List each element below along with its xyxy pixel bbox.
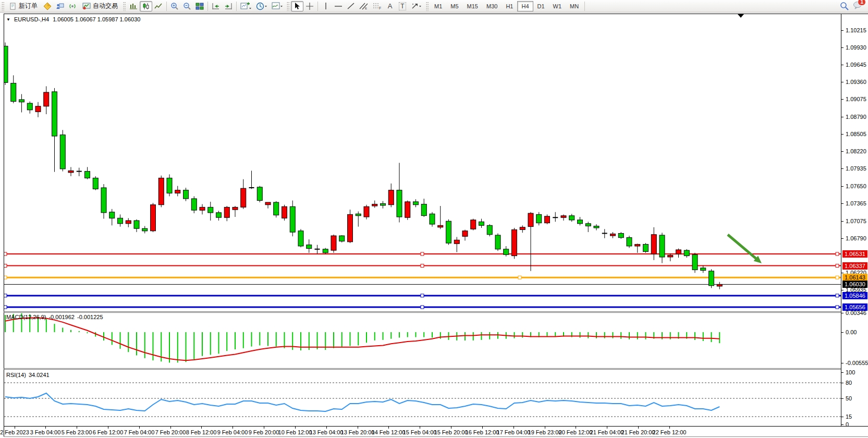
- cursor-icon: [294, 2, 301, 10]
- horizontal-line-icon: [334, 2, 343, 10]
- candle: [298, 229, 303, 247]
- time-axis[interactable]: 2 Feb 20233 Feb 04:005 Feb 23:006 Feb 12…: [0, 427, 868, 436]
- horizontal-line-tool-button[interactable]: [332, 1, 345, 11]
- candle: [151, 203, 156, 232]
- macd-panel-canvas[interactable]: [4, 313, 841, 368]
- price-tick-1.08505-label: 1.08505: [846, 131, 866, 137]
- candle: [627, 236, 632, 248]
- auto-scroll-button[interactable]: [210, 1, 222, 11]
- candle: [175, 186, 180, 197]
- timeframe-button-W1[interactable]: W1: [549, 1, 566, 11]
- hline-handle[interactable]: [4, 252, 7, 256]
- hline-handle[interactable]: [4, 294, 7, 297]
- candle: [528, 212, 533, 271]
- chart-title-bar[interactable]: ▼ EURUSD-,H4 1.06005 1.06067 1.05987 1.0…: [6, 16, 140, 22]
- new-chart-button[interactable]: [238, 1, 254, 11]
- candle: [635, 244, 640, 253]
- time-label: 17 Feb 04:00: [497, 429, 531, 435]
- candle: [290, 201, 295, 237]
- fibonacci-icon: F: [372, 2, 382, 10]
- hline-handle[interactable]: [836, 252, 839, 256]
- hline-handle[interactable]: [421, 264, 424, 267]
- chart-shift-button[interactable]: [222, 1, 235, 11]
- text-label-tool-button[interactable]: T: [396, 1, 409, 11]
- hline-handle[interactable]: [421, 306, 424, 309]
- trade-accounts-button[interactable]: [54, 1, 66, 11]
- text-tool-button[interactable]: A: [384, 1, 396, 11]
- cursor-tool-button[interactable]: [291, 1, 303, 11]
- hline-handle[interactable]: [518, 276, 521, 279]
- candle: [134, 220, 139, 232]
- zoom-in-button[interactable]: [168, 1, 181, 11]
- signals-button[interactable]: [66, 1, 79, 11]
- candle: [594, 224, 599, 230]
- toolbar-gripper[interactable]: [426, 2, 429, 11]
- rsi-splitter-top: [4, 368, 841, 369]
- timeframe-button-D1[interactable]: D1: [533, 1, 549, 11]
- chart-dropdown-icon[interactable]: ▼: [6, 17, 10, 22]
- timeframe-button-M15[interactable]: M15: [463, 1, 482, 11]
- indicators-button[interactable]: [270, 1, 285, 11]
- hline-handle[interactable]: [4, 264, 7, 267]
- candle: [52, 88, 57, 172]
- toolbar-gripper[interactable]: [2, 2, 4, 11]
- candle: [520, 225, 525, 233]
- fibonacci-tool-button[interactable]: F: [370, 1, 384, 11]
- candle: [77, 168, 82, 176]
- window-bottom-border: [4, 436, 868, 437]
- new-order-button[interactable]: 新订单: [6, 1, 41, 11]
- candle: [397, 163, 402, 222]
- time-tick: [108, 427, 108, 429]
- hline-handle[interactable]: [421, 294, 424, 297]
- macd-splitter-top: [4, 311, 841, 312]
- timeframe-button-M5[interactable]: M5: [446, 1, 462, 11]
- time-label: 10 Feb 12:00: [278, 429, 312, 435]
- market-watch-button[interactable]: [41, 1, 54, 11]
- candle: [668, 253, 673, 261]
- hline-handle[interactable]: [4, 306, 7, 309]
- auto-trading-button[interactable]: 自动交易: [79, 1, 121, 11]
- price-tick-1.0936-label: 1.09360: [846, 79, 866, 85]
- line-chart-button[interactable]: [152, 1, 165, 11]
- indicators-icon: [272, 2, 283, 10]
- candle: [356, 212, 361, 227]
- trendline-tool-button[interactable]: [345, 1, 357, 11]
- tile-windows-button[interactable]: [193, 1, 206, 11]
- hline-handle[interactable]: [836, 276, 839, 279]
- auto-scroll-icon: [212, 3, 220, 10]
- channel-tool-button[interactable]: E: [357, 1, 370, 11]
- timeframe-button-MN[interactable]: MN: [566, 1, 583, 11]
- vertical-line-tool-button[interactable]: [320, 1, 332, 11]
- periods-button[interactable]: [254, 1, 270, 11]
- arrows-tool-button[interactable]: [409, 1, 424, 11]
- annotation-arrow[interactable]: [728, 235, 756, 259]
- notifications-button[interactable]: 1: [853, 1, 863, 11]
- candle: [216, 211, 222, 221]
- hline-handle[interactable]: [836, 264, 839, 267]
- candlestick-chart-button[interactable]: [140, 1, 152, 11]
- hline-handle[interactable]: [836, 306, 839, 309]
- candle: [93, 176, 98, 190]
- zoom-out-button[interactable]: [181, 1, 193, 11]
- candle: [68, 167, 74, 176]
- search-icon[interactable]: [840, 2, 849, 10]
- main-chart-canvas[interactable]: [4, 14, 841, 311]
- candle: [545, 214, 550, 224]
- rsi-indicator-label: RSI(14) 34.0241: [6, 372, 50, 378]
- timeframe-button-M1[interactable]: M1: [430, 1, 446, 11]
- candle: [512, 228, 517, 259]
- bar-chart-button[interactable]: [127, 1, 140, 11]
- hline-handle[interactable]: [4, 276, 7, 279]
- timeframe-button-H4[interactable]: H4: [517, 1, 533, 11]
- toolbar-gripper[interactable]: [287, 2, 289, 11]
- auto-trading-label: 自动交易: [93, 2, 118, 10]
- rsi-panel-canvas[interactable]: [4, 370, 841, 426]
- timeframe-button-H1[interactable]: H1: [502, 1, 517, 11]
- timeframe-button-M30[interactable]: M30: [482, 1, 502, 11]
- candle: [717, 282, 722, 289]
- hline-handle[interactable]: [421, 252, 424, 256]
- hline-handle[interactable]: [836, 294, 839, 297]
- crosshair-tool-button[interactable]: [303, 1, 316, 11]
- crosshair-icon: [305, 2, 314, 10]
- toolbar-gripper[interactable]: [123, 2, 126, 11]
